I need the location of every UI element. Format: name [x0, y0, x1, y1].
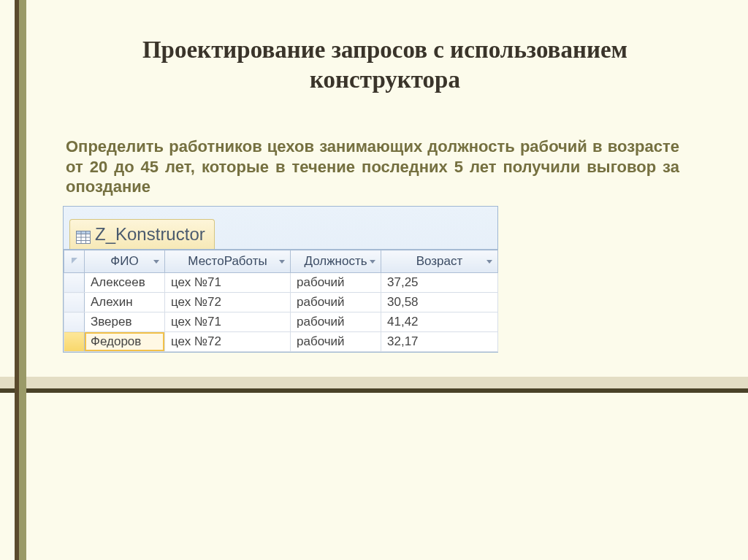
row-selector[interactable]	[64, 273, 85, 293]
cell-fio[interactable]: Алексеев	[85, 273, 165, 293]
col-header-age-label: Возраст	[416, 254, 463, 269]
header-row: ФИО МестоРаботы Должность Возраст	[64, 250, 498, 273]
datasheet-icon	[76, 228, 91, 241]
tab-query[interactable]: Z_Konstructor	[69, 219, 215, 249]
svg-marker-6	[72, 258, 77, 264]
decor-vertical-bar	[15, 0, 28, 560]
cell-age[interactable]: 32,17	[381, 332, 498, 352]
col-header-fio-label: ФИО	[110, 254, 138, 269]
slide-title: Проектирование запросов с использованием…	[66, 35, 704, 96]
cell-work[interactable]: цех №71	[165, 312, 291, 332]
col-header-work-label: МестоРаботы	[188, 254, 267, 269]
panel-tabstrip: Z_Konstructor	[64, 207, 497, 249]
col-header-age[interactable]: Возраст	[381, 250, 498, 273]
cell-age[interactable]: 30,58	[381, 293, 498, 312]
chevron-down-icon	[370, 260, 375, 264]
decor-horizontal-stripe	[0, 372, 748, 393]
cell-fio[interactable]: Алехин	[85, 293, 165, 312]
cell-work[interactable]: цех №72	[165, 293, 291, 312]
cell-work[interactable]: цех №71	[165, 273, 291, 293]
row-selector[interactable]	[64, 312, 85, 332]
datasheet-grid: ФИО МестоРаботы Должность Возраст	[64, 249, 497, 352]
select-all-header[interactable]	[64, 250, 85, 273]
col-header-pos-label: Должность	[304, 254, 367, 269]
col-header-pos[interactable]: Должность	[291, 250, 381, 273]
svg-rect-1	[77, 231, 91, 234]
chevron-down-icon	[153, 260, 159, 264]
col-header-work[interactable]: МестоРаботы	[165, 250, 291, 273]
cell-work[interactable]: цех №72	[165, 332, 291, 352]
select-all-icon	[70, 256, 79, 265]
cell-fio[interactable]: Зверев	[85, 312, 165, 332]
col-header-fio[interactable]: ФИО	[85, 250, 165, 273]
task-text: Определить работников цехов занимающих д…	[66, 137, 679, 197]
cell-age[interactable]: 37,25	[381, 273, 498, 293]
table-row[interactable]: Алексеев цех №71 рабочий 37,25	[64, 273, 498, 293]
row-selector[interactable]	[64, 293, 85, 312]
table-row[interactable]: Федоров цех №72 рабочий 32,17	[64, 332, 498, 352]
cell-pos[interactable]: рабочий	[291, 332, 381, 352]
slide: Проектирование запросов с использованием…	[0, 0, 748, 560]
chevron-down-icon	[486, 260, 492, 264]
tab-label: Z_Konstructor	[95, 224, 205, 245]
cell-pos[interactable]: рабочий	[291, 312, 381, 332]
cell-pos[interactable]: рабочий	[291, 293, 381, 312]
chevron-down-icon	[279, 260, 285, 264]
cell-fio[interactable]: Федоров	[85, 332, 165, 352]
cell-pos[interactable]: рабочий	[291, 273, 381, 293]
row-selector[interactable]	[64, 332, 85, 352]
cell-age[interactable]: 41,42	[381, 312, 498, 332]
table-row[interactable]: Алехин цех №72 рабочий 30,58	[64, 293, 498, 312]
table-row[interactable]: Зверев цех №71 рабочий 41,42	[64, 312, 498, 332]
query-result-panel: Z_Konstructor ФИО	[63, 206, 498, 353]
